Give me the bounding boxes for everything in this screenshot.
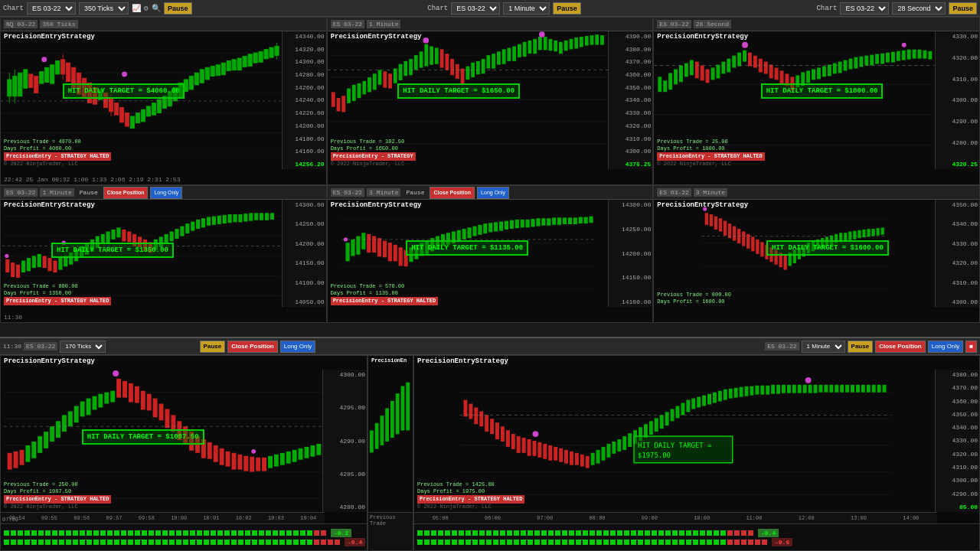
long-only-btn-mm[interactable]: Long Only <box>477 187 509 199</box>
pause-button-3[interactable]: Pause <box>949 2 977 15</box>
dot <box>286 530 292 536</box>
zoom-in-icon[interactable]: 🔍 <box>152 4 161 13</box>
chart-panel-mid-mid: ES 03-22 3 Minute Pause Close Position L… <box>327 185 654 323</box>
svg-rect-423 <box>506 430 510 447</box>
svg-rect-383 <box>226 452 230 467</box>
dot-line-br-2: -0.6 <box>417 538 976 546</box>
time-axis-bottom-left: 09:54 09:55 09:56 09:57 09:58 10:00 10:0… <box>1 512 325 523</box>
time-tick-br: 11:00 <box>728 515 780 521</box>
time-tick-br: 08:00 <box>571 515 623 521</box>
prev-trade-info-mid-mid: Previous Trade = 570.00 Days Profit = 11… <box>331 283 438 305</box>
svg-rect-489 <box>856 385 860 393</box>
dot <box>596 540 602 545</box>
dot <box>514 530 519 536</box>
svg-rect-107 <box>522 42 526 57</box>
svg-rect-26 <box>114 103 118 115</box>
dot <box>176 530 181 536</box>
svg-rect-356 <box>62 415 67 432</box>
svg-rect-110 <box>538 37 542 50</box>
svg-rect-460 <box>702 396 706 406</box>
svg-rect-239 <box>265 213 269 220</box>
dot <box>569 530 574 536</box>
timeframe-select-2[interactable]: 1 Minute <box>503 2 550 15</box>
dot <box>431 530 436 536</box>
svg-rect-313 <box>761 242 764 256</box>
settings-icon[interactable]: ⚙ <box>144 4 149 13</box>
dot <box>183 540 188 545</box>
svg-rect-101 <box>492 54 495 68</box>
svg-rect-459 <box>697 397 701 408</box>
dot <box>645 540 650 545</box>
time-tick: 09:57 <box>98 515 130 521</box>
timeframe-select-3[interactable]: 28 Second <box>892 2 946 15</box>
svg-rect-306 <box>728 223 731 238</box>
svg-rect-80 <box>383 71 387 87</box>
instrument-select-1[interactable]: ES 03-22 <box>27 2 76 15</box>
long-only-btn-bl[interactable]: Long Only <box>280 341 315 353</box>
red-btn-br[interactable]: ■ <box>965 341 977 353</box>
svg-rect-362 <box>98 394 103 408</box>
svg-rect-354 <box>50 426 54 442</box>
svg-rect-431 <box>548 445 552 461</box>
instrument-select-3[interactable]: ES 03-22 <box>840 2 889 15</box>
svg-rect-358 <box>74 406 79 422</box>
svg-rect-355 <box>56 421 60 438</box>
svg-rect-405 <box>385 408 389 442</box>
svg-rect-133 <box>674 69 678 84</box>
svg-rect-428 <box>533 441 537 456</box>
svg-rect-436 <box>575 453 579 465</box>
dot <box>266 530 271 536</box>
chart-badge-mr: ES 03-22 <box>657 188 691 197</box>
svg-rect-332 <box>849 231 852 240</box>
svg-rect-333 <box>854 231 857 240</box>
svg-rect-353 <box>44 432 48 448</box>
dot <box>293 530 299 536</box>
svg-rect-230 <box>217 216 221 224</box>
svg-rect-78 <box>373 73 377 90</box>
pause-btn-bl[interactable]: Pause <box>200 341 226 353</box>
timeframe-select-bl[interactable]: 170 Ticks <box>60 341 106 353</box>
pause-button-2[interactable]: Pause <box>553 2 581 15</box>
svg-rect-70 <box>331 92 335 106</box>
svg-rect-276 <box>494 222 498 231</box>
prev-trade-label: Previous Trade = 382.50 <box>331 139 416 145</box>
svg-rect-173 <box>886 53 890 63</box>
pause-btn-br[interactable]: Pause <box>848 341 874 353</box>
svg-rect-439 <box>591 453 595 465</box>
timeframe-select-1[interactable]: 350 Ticks <box>79 2 129 15</box>
svg-rect-250 <box>356 236 360 255</box>
long-only-btn-br[interactable]: Long Only <box>928 341 963 353</box>
svg-rect-387 <box>250 457 254 472</box>
copyright-bl: © 2022 NinjaTrader, LLC <box>4 504 111 510</box>
timeframe-select-br[interactable]: 1 Minute <box>802 341 845 353</box>
svg-rect-231 <box>223 215 227 223</box>
svg-rect-406 <box>390 401 394 438</box>
svg-rect-347 <box>8 453 12 470</box>
svg-rect-82 <box>394 69 397 83</box>
svg-rect-420 <box>490 419 494 434</box>
dot-red <box>314 530 319 536</box>
close-position-btn-ml[interactable]: Close Position <box>103 187 149 199</box>
close-pos-btn-bl[interactable]: Close Position <box>227 341 278 353</box>
pause-button[interactable]: Pause <box>164 2 192 15</box>
dot-red <box>335 540 340 545</box>
close-pos-btn-br[interactable]: Close Position <box>875 341 926 353</box>
svg-rect-404 <box>380 416 384 445</box>
svg-rect-301 <box>705 213 708 225</box>
svg-point-241 <box>5 254 8 258</box>
copyright-right: © 2022 NinjaTrader, LLC <box>657 161 764 168</box>
days-profit-label: Days Profit = 1000.00 <box>657 145 764 152</box>
svg-rect-273 <box>478 225 482 235</box>
svg-rect-488 <box>851 385 854 393</box>
top-toolbar: Chart ES 03-22 350 Ticks 📈 ⚙ 🔍 Pause Cha… <box>0 0 980 17</box>
dot-red <box>734 530 740 536</box>
dot <box>720 530 726 536</box>
svg-rect-222 <box>175 229 178 239</box>
dot <box>431 540 436 545</box>
instrument-select-2[interactable]: ES 03-22 <box>451 2 500 15</box>
close-position-btn-mm[interactable]: Close Position <box>430 187 475 199</box>
dot <box>149 530 154 536</box>
svg-rect-190 <box>5 259 9 272</box>
long-only-btn-ml[interactable]: Long Only <box>150 187 182 199</box>
svg-rect-279 <box>509 220 513 229</box>
